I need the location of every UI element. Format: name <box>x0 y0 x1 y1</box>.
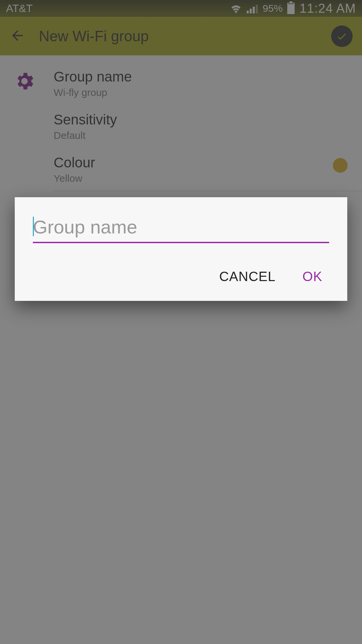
group-name-field[interactable] <box>33 214 329 246</box>
group-name-dialog: CANCEL OK <box>15 197 347 301</box>
text-caret <box>33 217 34 236</box>
ok-button[interactable]: OK <box>302 269 322 284</box>
group-name-input[interactable] <box>33 214 329 243</box>
cancel-button[interactable]: CANCEL <box>219 269 276 284</box>
modal-scrim[interactable] <box>0 0 362 644</box>
dialog-actions: CANCEL OK <box>33 269 329 291</box>
